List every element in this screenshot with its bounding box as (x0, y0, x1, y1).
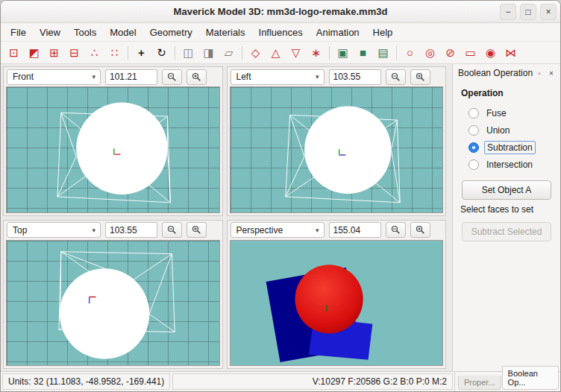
stats-text: V:10297 F:20586 G:2 B:0 P:0 M:2 (313, 376, 447, 387)
menu-influences[interactable]: Influences (252, 25, 310, 39)
tool-edge-divide-icon[interactable]: ▽ (286, 44, 305, 62)
viewport-front-canvas[interactable] (6, 86, 220, 213)
panel-title: Boolean Operation (458, 68, 533, 78)
tool-move-icon[interactable]: + (132, 44, 151, 62)
tool-select-points-icon[interactable]: ∷ (105, 44, 124, 62)
menu-help[interactable]: Help (366, 25, 400, 39)
close-icon: × (545, 7, 551, 17)
chevron-down-icon: ▾ (87, 227, 100, 234)
boolean-operation-panel: Boolean Operation ▫ × Operation Fuse Uni… (452, 64, 560, 371)
tool-edge-turn-icon[interactable]: △ (266, 44, 285, 62)
window-controls: − □ × (500, 4, 557, 20)
zoom-out-button[interactable] (386, 69, 406, 85)
tool-weld-icon[interactable]: ◇ (246, 44, 265, 62)
radio-label-union: Union (484, 124, 512, 136)
tab-properties[interactable]: Proper... (458, 376, 501, 390)
statusbar: Units: 32 (11.1083, -48.9582, -169.441) … (1, 371, 560, 391)
zoom-level-input[interactable] (105, 69, 157, 85)
minimize-button[interactable]: − (500, 4, 516, 20)
view-select-front[interactable]: Front ▾ (7, 69, 101, 85)
panel-tabbar: Proper... Boolean Op... (454, 372, 560, 391)
zoom-in-button[interactable] (187, 222, 207, 238)
radio-circle-icon (468, 108, 479, 118)
view-select-value: Perspective (236, 225, 283, 235)
window-title: Maverick Model 3D: mm3d-logo-remake.mm3d (1, 6, 560, 17)
tool-snap-icon[interactable]: ∗ (307, 44, 325, 62)
app-window: Maverick Model 3D: mm3d-logo-remake.mm3d… (0, 0, 561, 392)
menu-materials[interactable]: Materials (199, 25, 252, 39)
radio-union[interactable]: Union (468, 121, 554, 139)
zoom-in-icon (416, 72, 425, 82)
radio-label-fuse: Fuse (484, 107, 509, 119)
viewport-left-canvas[interactable] (230, 86, 444, 213)
set-object-a-button[interactable]: Set Object A (462, 180, 551, 200)
front-wireframe-model (7, 87, 219, 212)
toolbar: ⊡ ◩ ⊞ ⊟ ∴ ∷ + ↻ ◫ ◨ ▱ ◇ △ ▽ ∗ ▣ ■ ▤ ○ ◎ … (1, 41, 560, 64)
view-select-left[interactable]: Left ▾ (231, 69, 325, 85)
zoom-level-input[interactable] (329, 69, 381, 85)
zoom-out-button[interactable] (386, 222, 406, 238)
close-panel-button[interactable]: × (545, 67, 557, 79)
tool-cylinder-icon[interactable]: ▤ (374, 44, 392, 62)
tool-hide-icon[interactable]: ◫ (179, 44, 198, 62)
menu-model[interactable]: Model (103, 25, 142, 39)
radio-label-intersection: Intersection (484, 159, 535, 171)
top-wireframe-model (7, 241, 219, 366)
view-select-value: Left (236, 72, 251, 82)
viewport-perspective: Perspective ▾ (227, 220, 447, 370)
zoom-level-input[interactable] (329, 222, 381, 238)
tool-cube-icon[interactable]: ■ (354, 44, 372, 62)
subtract-selected-button[interactable]: Subtract Selected (462, 222, 551, 241)
toolbar-separator (396, 46, 397, 60)
zoom-out-button[interactable] (162, 69, 182, 85)
tool-torus-icon[interactable]: ◎ (421, 44, 439, 62)
radio-fuse[interactable]: Fuse (468, 104, 554, 121)
minimize-icon: − (505, 7, 510, 17)
toolbar-separator (242, 46, 242, 60)
view-select-top[interactable]: Top ▾ (7, 222, 101, 238)
maximize-button[interactable]: □ (520, 4, 536, 20)
titlebar: Maverick Model 3D: mm3d-logo-remake.mm3d… (1, 1, 560, 23)
tool-select-groups-icon[interactable]: ⊟ (65, 44, 84, 62)
tool-bowtie-icon[interactable]: ⋈ (501, 44, 520, 62)
main-area: Front ▾ (1, 64, 560, 371)
viewport-top-canvas[interactable] (6, 240, 220, 367)
zoom-out-button[interactable] (162, 222, 182, 238)
radio-intersection[interactable]: Intersection (468, 156, 554, 173)
menu-animation[interactable]: Animation (310, 25, 366, 39)
tab-boolean-operation[interactable]: Boolean Op... (502, 366, 559, 390)
radio-circle-icon (468, 125, 479, 136)
tool-rotate-icon[interactable]: ↻ (152, 44, 171, 62)
tool-rectangle-icon[interactable]: ▭ (461, 44, 480, 62)
tool-select-faces-icon[interactable]: ◩ (25, 44, 43, 62)
tool-ellipsoid-icon[interactable]: ⊘ (441, 44, 460, 62)
zoom-in-button[interactable] (410, 222, 430, 238)
chevron-down-icon: ▾ (311, 227, 324, 234)
model-stats-status: V:10297 F:20586 G:2 B:0 P:0 M:2 (172, 373, 453, 390)
viewport-top-header: Top ▾ (4, 221, 222, 240)
zoom-in-button[interactable] (187, 69, 207, 85)
viewport-front: Front ▾ (3, 66, 223, 216)
menu-file[interactable]: File (4, 25, 33, 39)
close-button[interactable]: × (540, 4, 557, 20)
tool-select-vertices-icon[interactable]: ⊡ (4, 44, 23, 62)
radio-subtraction[interactable]: Subtraction (468, 139, 554, 156)
zoom-in-button[interactable] (410, 69, 430, 85)
tool-select-connected-icon[interactable]: ⊞ (45, 44, 63, 62)
zoom-in-icon (416, 225, 425, 235)
tool-flatten-icon[interactable]: ▱ (219, 44, 238, 62)
zoom-in-icon (192, 225, 201, 235)
menu-geometry[interactable]: Geometry (143, 25, 199, 39)
zoom-level-input[interactable] (105, 222, 157, 238)
float-panel-button[interactable]: ▫ (533, 67, 545, 79)
menu-view[interactable]: View (33, 25, 67, 39)
tool-mirror-icon[interactable]: ◨ (199, 44, 218, 62)
viewport-left-header: Left ▾ (228, 67, 446, 86)
view-select-perspective[interactable]: Perspective ▾ (231, 222, 325, 238)
tool-ring-icon[interactable]: ◉ (481, 44, 500, 62)
viewport-perspective-canvas[interactable] (230, 240, 444, 367)
menu-tools[interactable]: Tools (67, 25, 103, 39)
tool-sphere-icon[interactable]: ○ (401, 44, 419, 62)
tool-select-joints-icon[interactable]: ∴ (85, 44, 104, 62)
tool-texture-icon[interactable]: ▣ (333, 44, 352, 62)
